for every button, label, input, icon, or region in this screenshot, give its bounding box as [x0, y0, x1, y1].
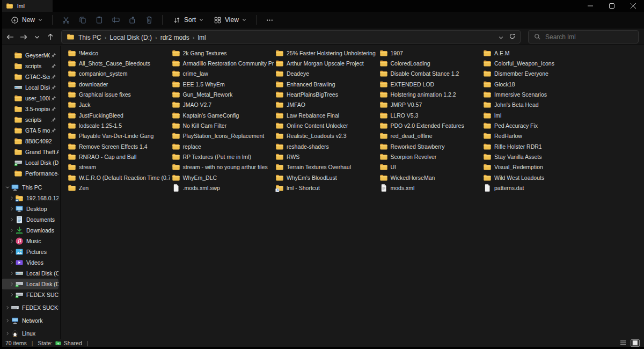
sidebar-pinned-item[interactable]: user_100010001: [2, 93, 58, 104]
file-item[interactable]: Gun_Metal_Rework: [170, 89, 274, 99]
file-item[interactable]: Deadeye: [274, 69, 378, 79]
copy-button[interactable]: [74, 13, 91, 27]
file-item[interactable]: Arthur Morgan Upscale Project: [274, 58, 378, 68]
file-item[interactable]: Realistic_Loadouts v2.3: [274, 131, 378, 141]
file-item[interactable]: W.E.R.O (Default Reaction Time (0.7 seco…: [66, 172, 170, 183]
more-options-button[interactable]: [261, 13, 278, 27]
file-item[interactable]: WhyEm_DLC: [170, 172, 274, 183]
file-item[interactable]: RNRAO - Cap and Ball: [66, 151, 170, 162]
sidebar-tree-item[interactable]: Pictures: [2, 246, 58, 257]
sidebar-root-item[interactable]: Linux: [2, 328, 58, 339]
maximize-button[interactable]: [601, 0, 623, 12]
minimize-button[interactable]: [580, 0, 601, 12]
file-item[interactable]: Playable Van-Der-Linde Gang: [66, 131, 170, 141]
file-item[interactable]: JustFuckingBleed: [66, 110, 170, 120]
address-bar[interactable]: This PC›Local Disk (D:)›rdr2 mods›lml: [61, 30, 521, 43]
chevron-right-icon[interactable]: [9, 282, 15, 286]
file-item[interactable]: Scorpion Revolver: [378, 151, 482, 162]
share-button[interactable]: [124, 13, 141, 27]
file-item[interactable]: John's Beta Head: [481, 100, 586, 110]
file-item[interactable]: LLRO V5.3: [378, 110, 482, 120]
search-box[interactable]: [528, 30, 639, 43]
file-item[interactable]: Kaptain's GameConfig: [170, 110, 274, 120]
sidebar-root-item[interactable]: FEDEX SUCKS!!!!!!!! (F: [2, 302, 58, 313]
sidebar-pinned-item[interactable]: scripts: [2, 61, 58, 71]
file-item[interactable]: lml: [481, 110, 586, 120]
file-item[interactable]: stream - with no young arthur files: [170, 162, 274, 172]
file-item[interactable]: Visual_Redemption: [481, 162, 586, 172]
cut-button[interactable]: [57, 13, 74, 27]
file-item[interactable]: Zen: [66, 183, 170, 193]
file-item[interactable]: PDO v2.0 Extended Features: [378, 120, 482, 130]
new-button[interactable]: New: [5, 13, 47, 27]
file-item[interactable]: A.E.M: [481, 48, 586, 58]
file-item[interactable]: Holstering animation 1.2.2: [378, 89, 482, 99]
breadcrumb-item[interactable]: Local Disk (D:): [107, 34, 155, 41]
search-input[interactable]: [545, 33, 626, 41]
file-item[interactable]: 1907: [378, 48, 482, 58]
sidebar-pinned-item[interactable]: 8B8C4092: [2, 136, 58, 147]
file-item[interactable]: Rifle Holster RDR1: [481, 141, 586, 151]
file-item[interactable]: JMFAO: [274, 100, 378, 110]
file-item[interactable]: .mods.xml.swp: [170, 183, 274, 193]
file-item[interactable]: Law Rebalance Final: [274, 110, 378, 120]
file-item[interactable]: replace: [170, 141, 274, 151]
file-item[interactable]: mods.xml: [378, 183, 482, 193]
back-button[interactable]: [3, 31, 17, 43]
close-button[interactable]: [623, 0, 644, 12]
file-item[interactable]: EXTENDED LOD: [378, 79, 482, 89]
sidebar-pinned-item[interactable]: GTAC-Server-Wi: [2, 71, 58, 82]
file-item[interactable]: HeartPlainsBigTrees: [274, 89, 378, 99]
sidebar-tree-item[interactable]: Local Disk (C:): [2, 268, 58, 279]
thumbnail-view-button[interactable]: [631, 339, 640, 347]
sidebar-pinned-item[interactable]: 3.5-nopixel: [2, 104, 58, 114]
sidebar-root-item[interactable]: Network: [2, 315, 58, 326]
sidebar-pinned-item[interactable]: Performance-qualit: [2, 168, 58, 179]
file-item[interactable]: JMAO V2.7: [170, 100, 274, 110]
sidebar-tree-item[interactable]: Downloads: [2, 225, 58, 236]
file-item[interactable]: patterns.dat: [481, 183, 586, 193]
file-item[interactable]: EEE 1.5 WhyEm: [170, 79, 274, 89]
sidebar-tree-item[interactable]: Music: [2, 236, 58, 246]
sort-button[interactable]: Sort: [167, 13, 208, 27]
file-item[interactable]: Glock18: [481, 79, 586, 89]
file-item[interactable]: WickedHorseMan: [378, 172, 482, 183]
file-item[interactable]: Wild West Loadouts: [481, 172, 586, 183]
file-item[interactable]: No Kill Cam Filter: [170, 120, 274, 130]
chevron-down-icon[interactable]: [4, 185, 11, 190]
sidebar-pinned-item[interactable]: GTA 5 mods for: [2, 125, 58, 136]
file-item[interactable]: Dismember Everyone: [481, 69, 586, 79]
file-item[interactable]: Reworked Strawberry: [378, 141, 482, 151]
chevron-right-icon[interactable]: [9, 207, 15, 211]
sidebar-pinned-item[interactable]: scripts: [2, 114, 58, 125]
file-item[interactable]: red_dead_offline: [378, 131, 482, 141]
chevron-right-icon[interactable]: [4, 318, 11, 323]
file-item[interactable]: lodscale 1.25-1.5: [66, 120, 170, 130]
file-item[interactable]: lml - Shortcut: [274, 183, 378, 193]
file-item[interactable]: !Mexico: [66, 48, 170, 58]
file-item[interactable]: RedHarlow: [481, 131, 586, 141]
file-item[interactable]: Remove Screen Effects 1.4: [66, 141, 170, 151]
sidebar-tree-item[interactable]: FEDEX SUCKS!!!!!!!!: [2, 289, 58, 300]
chevron-right-icon[interactable]: [9, 293, 15, 297]
chevron-right-icon[interactable]: [9, 196, 15, 200]
breadcrumb-item[interactable]: rdr2 mods: [158, 34, 192, 41]
file-item[interactable]: stream: [66, 162, 170, 172]
sidebar-pinned-item[interactable]: Grand Theft Auto V: [2, 147, 58, 157]
file-item[interactable]: reshade-shaders: [274, 141, 378, 151]
address-dropdown-button[interactable]: [499, 32, 503, 42]
file-item[interactable]: Ped Accuracy Fix: [481, 120, 586, 130]
up-button[interactable]: [43, 31, 57, 43]
sidebar-tree-item[interactable]: Desktop: [2, 203, 58, 214]
chevron-right-icon[interactable]: [9, 260, 15, 265]
chevron-right-icon[interactable]: [9, 228, 15, 232]
view-button[interactable]: View: [208, 13, 251, 27]
file-item[interactable]: ColoredLoading: [378, 58, 482, 68]
file-item[interactable]: WhyEm's BloodLust: [274, 172, 378, 183]
file-item[interactable]: crime_law: [170, 69, 274, 79]
file-item[interactable]: Stay Vanilla Assets: [481, 151, 586, 162]
sidebar-pinned-item[interactable]: Local Disk (D:): [2, 157, 58, 168]
file-item[interactable]: All_Shots_Cause_Bleedouts: [66, 58, 170, 68]
sidebar-tree-item[interactable]: 192.168.0.127: [2, 193, 58, 203]
delete-button[interactable]: [141, 13, 157, 27]
